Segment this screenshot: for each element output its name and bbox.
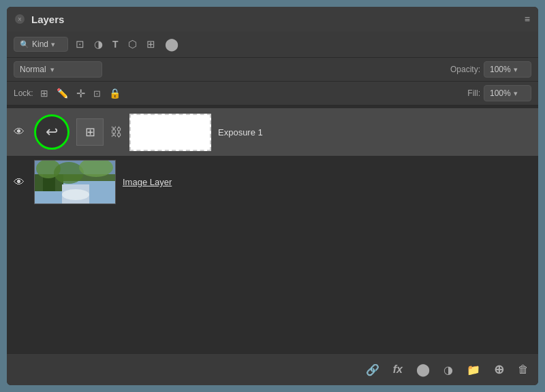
- layer-name: Exposure 1: [218, 127, 263, 137]
- lock-all-icon[interactable]: 🔒: [108, 86, 122, 100]
- fill-label: Fill:: [467, 88, 480, 98]
- lock-artboard-icon[interactable]: ⊡: [92, 87, 102, 100]
- add-mask-icon[interactable]: ⬤: [414, 359, 433, 380]
- layers-list: 👁 ↩ ⊞ ⛓ Exposure 1 👁: [7, 105, 538, 353]
- pixel-filter-icon[interactable]: ⬤: [163, 35, 181, 53]
- bottom-toolbar: 🔗 fx ⬤ ◑ 📁 ⊕ 🗑: [7, 353, 538, 385]
- fill-chevron: ▾: [514, 89, 518, 98]
- link-chain-icon[interactable]: ⛓: [110, 125, 123, 140]
- title-bar: × Layers ≡: [7, 7, 538, 31]
- lock-row: Lock: ⊞ ✏️ ✛ ⊡ 🔒 Fill: 100% ▾: [7, 82, 538, 105]
- visibility-icon[interactable]: 👁: [14, 126, 27, 138]
- image-filter-icon[interactable]: ⊡: [74, 37, 87, 52]
- fill-value: 100%: [490, 88, 511, 98]
- layer-type-circle: ↩: [34, 114, 69, 150]
- image-preview: [35, 161, 115, 203]
- lock-label: Lock:: [14, 88, 33, 98]
- blend-row: Normal ▾ Opacity: 100% ▾: [7, 58, 538, 82]
- fill-section: Fill: 100% ▾: [467, 85, 531, 101]
- smart-filter-icon[interactable]: ⊞: [144, 37, 157, 52]
- layer-item[interactable]: 👁 ↩ ⊞ ⛓ Exposure 1: [7, 108, 538, 156]
- title-bar-left: × Layers: [15, 14, 64, 25]
- new-group-icon[interactable]: 📁: [464, 361, 483, 379]
- search-icon: 🔍: [20, 40, 29, 49]
- opacity-label: Opacity:: [450, 65, 480, 74]
- lock-transparency-icon[interactable]: ⊞: [39, 86, 50, 100]
- lock-position-icon[interactable]: ✛: [75, 86, 87, 101]
- brightness-contrast-icon: ⊞: [85, 125, 95, 140]
- svg-point-10: [62, 189, 89, 200]
- filter-toolbar: 🔍 Kind ▾ ⊡ ◑ T ⬡ ⊞ ⬤: [7, 31, 538, 58]
- panel-menu-icon[interactable]: ≡: [525, 14, 530, 24]
- adjustment-layer-icon[interactable]: ◑: [441, 361, 456, 379]
- layer-mask-thumbnail: [129, 114, 211, 151]
- kind-chevron: ▾: [51, 40, 55, 49]
- close-button[interactable]: ×: [15, 14, 25, 24]
- lock-image-icon[interactable]: ✏️: [55, 86, 69, 100]
- adjustment-filter-icon[interactable]: ◑: [92, 37, 105, 52]
- exposure-icon: ↩: [46, 123, 58, 141]
- visibility-icon[interactable]: 👁: [14, 176, 27, 189]
- blend-mode-value: Normal: [20, 65, 46, 74]
- layers-panel: × Layers ≡ 🔍 Kind ▾ ⊡ ◑ T ⬡ ⊞ ⬤ Normal ▾…: [7, 7, 538, 385]
- opacity-chevron: ▾: [514, 65, 518, 74]
- shape-filter-icon[interactable]: ⬡: [126, 37, 139, 52]
- adjustment-icon: ⊞: [76, 118, 104, 146]
- panel-title: Layers: [31, 14, 64, 25]
- delete-layer-icon[interactable]: 🗑: [515, 361, 531, 378]
- fill-dropdown[interactable]: 100% ▾: [484, 85, 531, 101]
- layer-name: Image Layer: [123, 177, 172, 187]
- kind-dropdown[interactable]: 🔍 Kind ▾: [14, 37, 68, 52]
- type-filter-icon[interactable]: T: [110, 37, 121, 51]
- blend-mode-dropdown[interactable]: Normal ▾: [14, 61, 102, 78]
- opacity-value: 100%: [490, 65, 511, 74]
- opacity-section: Opacity: 100% ▾: [450, 61, 531, 78]
- new-layer-icon[interactable]: ⊕: [491, 359, 507, 380]
- blend-chevron: ▾: [50, 65, 54, 74]
- link-layers-icon[interactable]: 🔗: [363, 361, 382, 379]
- opacity-dropdown[interactable]: 100% ▾: [484, 61, 531, 78]
- layer-item[interactable]: 👁: [7, 156, 538, 208]
- kind-label: Kind: [32, 39, 48, 49]
- layer-effects-icon[interactable]: fx: [390, 361, 405, 378]
- image-thumbnail: [34, 160, 116, 204]
- svg-point-8: [54, 162, 84, 184]
